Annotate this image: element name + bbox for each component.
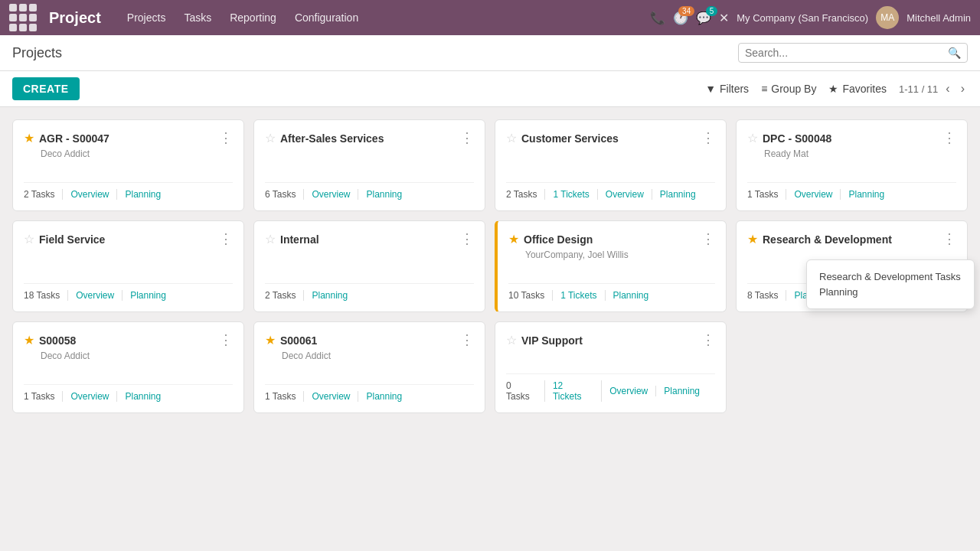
card-link-overview[interactable]: Overview [70, 189, 117, 200]
card-tasks: 18 Tasks [24, 290, 68, 301]
project-card-office-design[interactable]: ★ Office Design ⋮ YourCompany, Joel Will… [495, 220, 727, 312]
card-link-planning[interactable]: Planning [312, 290, 355, 301]
card-subtitle: Deco Addict [41, 350, 233, 361]
card-link-overview[interactable]: Overview [70, 391, 117, 402]
project-card-customer-services[interactable]: ☆ Customer Services ⋮ 2 Tasks1 TicketsOv… [495, 119, 727, 211]
card-link-planning[interactable]: Planning [125, 391, 168, 402]
project-card-s00058[interactable]: ★ S00058 ⋮ Deco Addict 1 TasksOverviewPl… [12, 321, 244, 413]
card-header: ☆ Internal ⋮ [265, 232, 474, 246]
card-title: Office Design [524, 233, 593, 246]
project-card-agr[interactable]: ★ AGR - S00047 ⋮ Deco Addict 2 TasksOver… [12, 119, 244, 211]
card-link-overview[interactable]: Overview [794, 189, 841, 200]
app-menu-icon[interactable] [9, 4, 37, 31]
star-toggle[interactable]: ★ [747, 232, 758, 246]
project-card-internal[interactable]: ☆ Internal ⋮ 2 TasksPlanning [253, 220, 485, 312]
dots-menu-button[interactable]: ⋮ [219, 333, 233, 347]
card-link-overview[interactable]: Overview [609, 386, 656, 396]
card-title-row: ★ Office Design [508, 232, 593, 246]
card-link-planning[interactable]: Planning [125, 189, 168, 200]
star-toggle[interactable]: ☆ [747, 131, 758, 145]
company-name: My Company (San Francisco) [737, 12, 868, 24]
card-footer: 2 Tasks1 TicketsOverviewPlanning [506, 182, 715, 200]
card-link-planning[interactable]: Planning [366, 189, 410, 200]
menu-tasks[interactable]: Tasks [176, 7, 219, 28]
project-card-after-sales[interactable]: ☆ After-Sales Services ⋮ 6 TasksOverview… [253, 119, 485, 211]
card-title: DPC - S00048 [763, 132, 831, 145]
card-footer: 1 TasksOverviewPlanning [747, 182, 956, 200]
card-header: ★ AGR - S00047 ⋮ [24, 131, 233, 145]
clock-icon[interactable]: 🕐 34 [673, 11, 688, 25]
star-toggle[interactable]: ☆ [265, 131, 276, 145]
card-link-planning[interactable]: Planning [613, 290, 657, 301]
star-toggle[interactable]: ★ [24, 333, 34, 347]
card-tasks: 2 Tasks [265, 290, 304, 301]
main-menu: Projects Tasks Reporting Configuration [119, 7, 644, 28]
card-tasks: 1 Tasks [747, 189, 786, 200]
card-link-overview[interactable]: Overview [312, 189, 358, 200]
card-link-planning[interactable]: Planning [130, 290, 174, 301]
tooltip-overlay: Research & Development Tasks Planning [806, 259, 975, 309]
groupby-label: Group By [771, 83, 816, 95]
card-link-planning[interactable]: Planning [660, 189, 704, 200]
card-link-overview[interactable]: Overview [312, 391, 358, 402]
card-footer: 2 TasksPlanning [265, 283, 474, 301]
dots-menu-button[interactable]: ⋮ [460, 333, 474, 347]
menu-projects[interactable]: Projects [119, 7, 174, 28]
close-icon[interactable]: ✕ [719, 11, 729, 25]
star-toggle[interactable]: ☆ [24, 232, 34, 246]
filters-button[interactable]: ▼ Filters [705, 83, 749, 95]
card-header: ☆ Field Service ⋮ [24, 232, 233, 246]
dots-menu-button[interactable]: ⋮ [460, 131, 474, 145]
menu-configuration[interactable]: Configuration [287, 7, 366, 28]
dots-menu-button[interactable]: ⋮ [219, 232, 233, 246]
card-link-planning[interactable]: Planning [848, 189, 892, 200]
dots-menu-button[interactable]: ⋮ [701, 333, 715, 347]
card-extra[interactable]: 12 Tickets [553, 380, 602, 402]
star-icon: ★ [828, 83, 838, 95]
next-page-button[interactable]: › [958, 80, 968, 97]
dots-menu-button[interactable]: ⋮ [460, 232, 474, 246]
star-toggle[interactable]: ☆ [265, 232, 276, 246]
menu-reporting[interactable]: Reporting [222, 7, 284, 28]
chat-icon[interactable]: 💬 5 [696, 11, 711, 25]
dots-menu-button[interactable]: ⋮ [219, 131, 233, 145]
project-card-field-service[interactable]: ☆ Field Service ⋮ 18 TasksOverviewPlanni… [12, 220, 244, 312]
create-button[interactable]: CREATE [12, 77, 80, 100]
groupby-button[interactable]: ≡ Group By [761, 83, 816, 95]
card-title-row: ★ S00061 [265, 333, 317, 347]
star-toggle[interactable]: ★ [265, 333, 276, 347]
card-link-overview[interactable]: Overview [606, 189, 652, 200]
prev-page-button[interactable]: ‹ [942, 80, 952, 97]
card-subtitle: YourCompany, Joel Willis [525, 249, 715, 260]
card-link-overview[interactable]: Overview [76, 290, 122, 301]
dots-menu-button[interactable]: ⋮ [701, 232, 715, 246]
card-tasks: 6 Tasks [265, 189, 304, 200]
card-title-row: ★ Research & Development [747, 232, 892, 246]
projects-grid: ★ AGR - S00047 ⋮ Deco Addict 2 TasksOver… [12, 119, 968, 413]
phone-icon[interactable]: 📞 [650, 11, 665, 25]
project-card-research[interactable]: ★ Research & Development ⋮ 8 TasksPlanni… [736, 220, 968, 312]
dots-menu-button[interactable]: ⋮ [701, 131, 715, 145]
card-header: ☆ Customer Services ⋮ [506, 131, 715, 145]
star-toggle[interactable]: ☆ [506, 333, 517, 347]
project-card-s00061[interactable]: ★ S00061 ⋮ Deco Addict 1 TasksOverviewPl… [253, 321, 485, 413]
search-box[interactable]: 🔍 [738, 43, 968, 63]
card-extra[interactable]: 1 Tickets [560, 290, 605, 301]
project-card-vip-support[interactable]: ☆ VIP Support ⋮ 0 Tasks12 TicketsOvervie… [495, 321, 727, 413]
star-toggle[interactable]: ☆ [506, 131, 517, 145]
star-toggle[interactable]: ★ [24, 131, 34, 145]
dots-menu-button[interactable]: ⋮ [942, 232, 956, 246]
card-link-planning[interactable]: Planning [366, 391, 410, 402]
card-tasks: 8 Tasks [747, 290, 786, 301]
card-title: Field Service [39, 233, 105, 246]
avatar[interactable]: MA [876, 6, 899, 29]
star-toggle[interactable]: ★ [508, 232, 519, 246]
search-input[interactable] [745, 47, 948, 59]
card-link-planning[interactable]: Planning [664, 386, 707, 396]
card-extra[interactable]: 1 Tickets [553, 189, 597, 200]
filters-label: Filters [720, 83, 749, 95]
card-footer: 0 Tasks12 TicketsOverviewPlanning [506, 373, 715, 402]
project-card-dpc[interactable]: ☆ DPC - S00048 ⋮ Ready Mat 1 TasksOvervi… [736, 119, 968, 211]
favorites-button[interactable]: ★ Favorites [828, 83, 887, 95]
dots-menu-button[interactable]: ⋮ [942, 131, 956, 145]
